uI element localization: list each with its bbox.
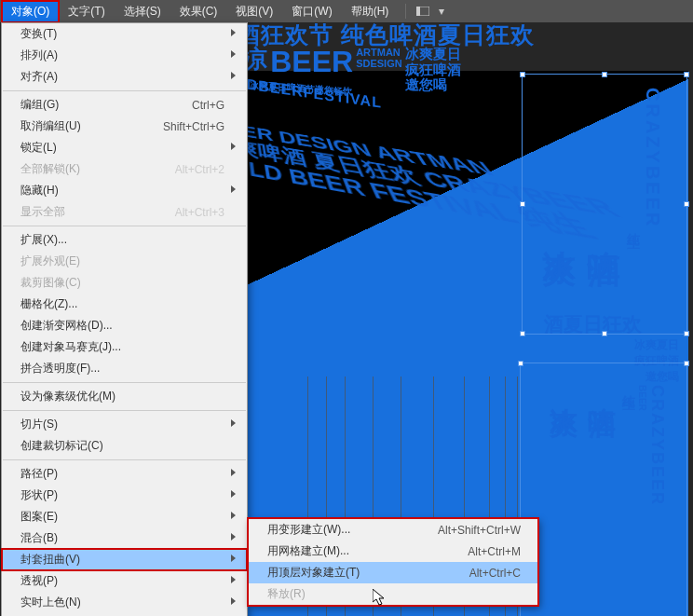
menu-shortcut: Alt+Ctrl+M — [468, 545, 521, 558]
menu-item[interactable]: 封套扭曲(V) — [2, 549, 247, 570]
submenu-arrow-icon — [231, 72, 239, 79]
object-menu-dropdown: 变换(T)排列(A)对齐(A)编组(G)Ctrl+G取消编组(U)Shift+C… — [1, 22, 248, 616]
menu-item[interactable]: 混合(B) — [2, 527, 247, 549]
menu-item[interactable]: 编组(G)Ctrl+G — [2, 94, 247, 116]
menu-item-label: 锁定(L) — [20, 140, 224, 156]
menu-item-label: 切片(S) — [20, 417, 224, 432]
menu-separator — [3, 382, 246, 383]
chevron-down-icon[interactable]: ▾ — [432, 5, 451, 18]
workspace-switcher-icon[interactable] — [414, 5, 432, 18]
submenu-arrow-icon — [231, 469, 239, 476]
menu-separator — [3, 459, 246, 460]
menu-item-label: 排列(A) — [20, 48, 224, 63]
menu-item-label: 扩展外观(E) — [20, 253, 224, 269]
submenu-arrow-icon — [231, 185, 239, 193]
menu-item-label: 形状(P) — [20, 487, 224, 503]
submenu-arrow-icon — [231, 597, 239, 605]
submenu-item: 释放(R) — [249, 583, 537, 605]
menu-item[interactable]: 对齐(A) — [2, 66, 247, 88]
submenu-arrow-icon — [231, 50, 239, 58]
menu-item[interactable]: 透视(P) — [2, 570, 247, 592]
menu-shortcut: Ctrl+G — [192, 99, 224, 112]
menu-window[interactable]: 窗口(W) — [282, 1, 341, 22]
menu-separator — [3, 90, 246, 91]
submenu-item-label: 用顶层对象建立(T) — [267, 565, 469, 581]
menu-item[interactable]: 设为像素级优化(M) — [2, 386, 247, 407]
menu-item[interactable]: 图案(E) — [2, 506, 247, 527]
menu-item-label: 取消编组(U) — [20, 118, 163, 134]
menu-object[interactable]: 对象(O) — [2, 1, 59, 22]
menu-item[interactable]: 拼合透明度(F)... — [2, 358, 247, 379]
menu-item-label: 裁剪图像(C) — [20, 275, 224, 291]
menu-item[interactable]: 实时上色(N) — [2, 592, 247, 613]
menu-item-label: 扩展(X)... — [20, 232, 224, 248]
menu-view[interactable]: 视图(V) — [226, 1, 282, 22]
menu-item-label: 实时上色(N) — [20, 595, 224, 610]
menu-item-label: 封套扭曲(V) — [20, 552, 224, 568]
menu-item-label: 混合(B) — [20, 530, 224, 546]
menu-item[interactable]: 扩展(X)... — [2, 229, 247, 251]
menu-item-label: 对齐(A) — [20, 69, 224, 85]
menu-item-label: 拼合透明度(F)... — [20, 361, 224, 376]
menu-item[interactable]: 锁定(L) — [2, 137, 247, 158]
menu-item[interactable]: 创建对象马赛克(J)... — [2, 336, 247, 358]
menu-item-label: 透视(P) — [20, 573, 224, 589]
menu-type[interactable]: 文字(T) — [59, 1, 114, 22]
menu-item[interactable]: 路径(P) — [2, 463, 247, 485]
menu-item[interactable]: 切片(S) — [2, 414, 247, 435]
menu-item-label: 显示全部 — [20, 204, 175, 220]
menu-item-label: 编组(G) — [20, 97, 192, 113]
menu-item: 裁剪图像(C) — [2, 272, 247, 294]
menu-shortcut: Alt+Shift+Ctrl+W — [438, 524, 521, 537]
menu-item-label: 栅格化(Z)... — [20, 296, 224, 312]
menu-item-label: 全部解锁(K) — [20, 161, 175, 177]
menu-item-label: 图案(E) — [20, 509, 224, 525]
menu-shortcut: Alt+Ctrl+2 — [175, 163, 224, 176]
menu-item[interactable]: 隐藏(H) — [2, 180, 247, 201]
menu-item[interactable]: 栅格化(Z)... — [2, 294, 247, 315]
submenu-item-label: 用变形建立(W)... — [267, 522, 438, 538]
envelope-distort-submenu: 用变形建立(W)...Alt+Shift+Ctrl+W用网格建立(M)...Al… — [248, 518, 538, 606]
selection-bbox[interactable] — [522, 74, 687, 335]
menu-shortcut: Alt+Ctrl+3 — [175, 206, 224, 219]
menu-item[interactable]: 创建裁切标记(C) — [2, 435, 247, 457]
submenu-item[interactable]: 用顶层对象建立(T)Alt+Ctrl+C — [249, 562, 537, 583]
submenu-arrow-icon — [231, 533, 239, 541]
submenu-arrow-icon — [231, 419, 239, 427]
menu-item[interactable]: 取消编组(U)Shift+Ctrl+G — [2, 116, 247, 137]
menu-item[interactable]: 变换(T) — [2, 23, 247, 45]
menu-item: 显示全部Alt+Ctrl+3 — [2, 201, 247, 223]
menu-item[interactable]: 排列(A) — [2, 45, 247, 66]
menu-item-label: 设为像素级优化(M) — [20, 389, 224, 404]
menu-item-label: 隐藏(H) — [20, 183, 224, 198]
menu-item-label: 变换(T) — [20, 26, 224, 42]
submenu-arrow-icon — [231, 29, 239, 36]
submenu-arrow-icon — [231, 143, 239, 150]
submenu-item-label: 用网格建立(M)... — [267, 543, 468, 559]
menu-item-label: 创建对象马赛克(J)... — [20, 339, 224, 355]
menu-item: 扩展外观(E) — [2, 251, 247, 272]
svg-rect-1 — [416, 7, 420, 16]
submenu-arrow-icon — [231, 576, 239, 583]
menu-item[interactable]: 创建渐变网格(D)... — [2, 315, 247, 336]
menu-select[interactable]: 选择(S) — [115, 1, 170, 22]
submenu-arrow-icon — [231, 490, 239, 498]
submenu-arrow-icon — [231, 554, 239, 562]
menu-item[interactable]: 形状(P) — [2, 485, 247, 506]
menu-item-label: 创建渐变网格(D)... — [20, 318, 224, 334]
submenu-arrow-icon — [231, 512, 239, 519]
menu-separator — [3, 226, 246, 226]
menu-separator — [3, 410, 246, 411]
submenu-item[interactable]: 用网格建立(M)...Alt+Ctrl+M — [249, 541, 537, 562]
menubar-separator — [405, 4, 406, 19]
menu-effect[interactable]: 效果(C) — [170, 1, 227, 22]
menu-help[interactable]: 帮助(H) — [342, 1, 399, 22]
menu-item-label: 路径(P) — [20, 466, 224, 482]
submenu-item-label: 释放(R) — [267, 586, 521, 602]
menu-shortcut: Alt+Ctrl+C — [469, 567, 521, 580]
submenu-item[interactable]: 用变形建立(W)...Alt+Shift+Ctrl+W — [249, 519, 537, 541]
menu-item-label: 创建裁切标记(C) — [20, 438, 224, 454]
menu-item: 全部解锁(K)Alt+Ctrl+2 — [2, 158, 247, 180]
menubar: 对象(O) 文字(T) 选择(S) 效果(C) 视图(V) 窗口(W) 帮助(H… — [0, 0, 693, 22]
menu-shortcut: Shift+Ctrl+G — [163, 120, 224, 133]
